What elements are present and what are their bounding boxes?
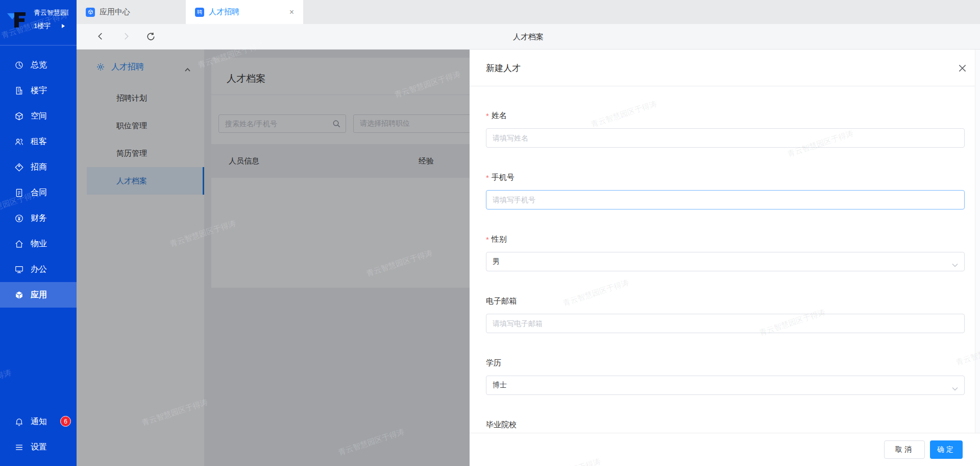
building-selector[interactable]: 1楼宇 <box>34 21 68 31</box>
field-label: * 姓名 <box>486 111 965 120</box>
chevron-down-icon <box>952 260 958 269</box>
sidebar-item-notifications[interactable]: 通知 6 <box>0 409 77 434</box>
education-select[interactable]: 博士 <box>486 376 965 395</box>
sidebar-item-contract[interactable]: 合同 <box>0 180 77 205</box>
field-name: * 姓名 <box>486 111 965 148</box>
tab-talent-recruitment[interactable]: 聘 人才招聘 × <box>186 0 303 24</box>
space-icon <box>14 111 24 121</box>
new-talent-drawer: 新建人才 * 姓名 * 手机号 * 性别 <box>470 50 980 466</box>
sidebar-item-space[interactable]: 空间 <box>0 103 77 129</box>
field-label: 毕业院校 <box>486 421 965 429</box>
field-label: 学历 <box>486 359 965 367</box>
building-icon <box>14 86 24 96</box>
sidebar-item-apps[interactable]: 应用 <box>0 282 77 308</box>
field-gender: * 性别 男 <box>486 235 965 271</box>
name-input-box <box>486 128 965 148</box>
phone-input-box <box>486 190 965 209</box>
drawer-overlay-mask[interactable] <box>77 50 470 466</box>
notification-badge: 6 <box>60 416 71 427</box>
sidebar-item-investment[interactable]: 招商 <box>0 154 77 180</box>
confirm-button[interactable]: 确定 <box>930 440 963 459</box>
gender-select-value: 男 <box>486 257 500 266</box>
sidebar-item-building[interactable]: 楼宇 <box>0 78 77 103</box>
education-select-value: 博士 <box>486 381 507 390</box>
nav-bar: 人才档案 <box>77 24 980 50</box>
email-input-box <box>486 314 965 333</box>
gender-select[interactable]: 男 <box>486 252 965 271</box>
property-icon <box>14 239 24 249</box>
tenant-icon <box>14 137 24 147</box>
office-icon <box>14 265 24 274</box>
bell-icon <box>14 417 24 427</box>
email-input[interactable] <box>486 319 964 328</box>
overview-icon <box>14 60 24 70</box>
cancel-button[interactable]: 取消 <box>884 440 925 459</box>
sidebar-item-tenant[interactable]: 租客 <box>0 129 77 154</box>
expand-triangle-icon <box>62 24 65 28</box>
drawer-footer: 取消 确定 <box>470 433 980 466</box>
logo-icon <box>6 9 31 30</box>
brand-area: 青云智慧园区 1楼宇 <box>6 8 74 31</box>
chevron-down-icon <box>952 384 958 393</box>
tab-bar: 应用中心 聘 人才招聘 × <box>77 0 980 24</box>
field-label: 电子邮箱 <box>486 297 965 306</box>
divider <box>0 45 77 45</box>
field-education: 学历 博士 <box>486 359 965 395</box>
sidebar-bottom: 通知 6 设置 <box>0 409 77 460</box>
tab-app-center[interactable]: 应用中心 <box>77 0 186 24</box>
drawer-body: * 姓名 * 手机号 * 性别 男 <box>470 87 980 433</box>
tab-close-icon[interactable]: × <box>289 8 294 16</box>
field-label: * 性别 <box>486 235 965 244</box>
contract-icon <box>14 188 24 198</box>
drawer-header: 新建人才 <box>470 50 980 86</box>
sidebar-menu: 总览 楼宇 空间 租客 招商 合同 财务 物业 <box>0 52 77 308</box>
apps-icon <box>14 290 24 300</box>
drawer-title: 新建人才 <box>486 62 521 74</box>
talent-recruitment-icon: 聘 <box>195 8 204 17</box>
sidebar-item-office[interactable]: 办公 <box>0 257 77 282</box>
phone-input[interactable] <box>486 196 964 204</box>
hamburger-menu-icon <box>14 442 24 452</box>
brand-name: 青云智慧园区 <box>34 8 68 17</box>
investment-icon <box>14 162 24 172</box>
field-label: * 手机号 <box>486 173 965 182</box>
sidebar-item-overview[interactable]: 总览 <box>0 52 77 78</box>
close-icon[interactable] <box>958 64 967 75</box>
app-center-icon <box>86 8 95 17</box>
sidebar-item-settings[interactable]: 设置 <box>0 434 77 460</box>
field-email: 电子邮箱 <box>486 297 965 333</box>
page-title: 人才档案 <box>77 32 980 42</box>
required-asterisk: * <box>486 111 489 120</box>
drawer-scrollbar[interactable] <box>975 50 980 466</box>
sidebar-item-property[interactable]: 物业 <box>0 231 77 257</box>
finance-icon <box>14 214 24 223</box>
required-asterisk: * <box>486 235 489 244</box>
field-graduate-school: 毕业院校 <box>486 421 965 429</box>
field-phone: * 手机号 <box>486 173 965 209</box>
primary-sidebar: 青云智慧园区 1楼宇 总览 楼宇 空间 租客 招商 <box>0 0 77 466</box>
name-input[interactable] <box>486 134 964 142</box>
required-asterisk: * <box>486 173 489 182</box>
sidebar-item-finance[interactable]: 财务 <box>0 205 77 231</box>
